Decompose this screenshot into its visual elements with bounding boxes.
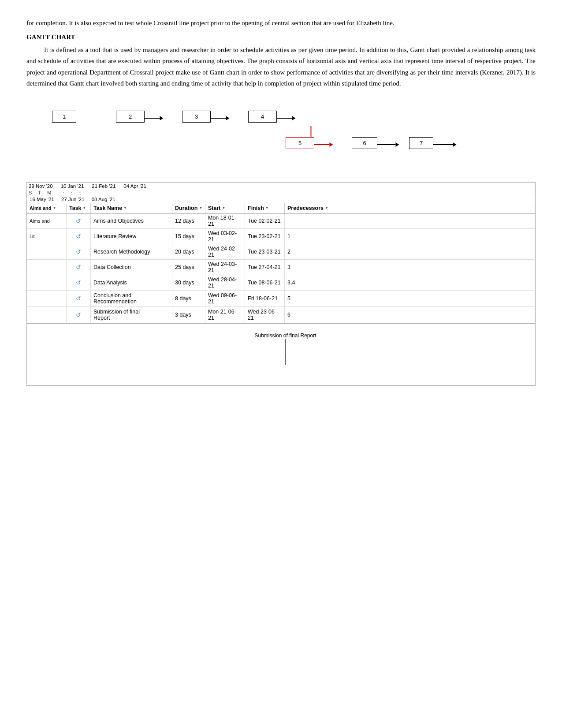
cell-duration-3: 25 days xyxy=(172,260,205,275)
timeline-date-7: 08 Aug '21 xyxy=(92,197,115,202)
cell-duration-1: 15 days xyxy=(172,229,205,244)
pred-dropdown-icon: ▼ xyxy=(325,206,328,210)
col-header-finish[interactable]: Finish ▼ xyxy=(245,203,285,213)
gantt-chart-area: Submission of final Report xyxy=(27,323,535,385)
svg-marker-3 xyxy=(226,116,230,120)
timeline-date-5: 16 May '21 xyxy=(30,197,54,202)
timeline-stm-m: M xyxy=(47,190,51,195)
svg-marker-12 xyxy=(453,142,457,147)
cell-start-0: Mon 18-01-21 xyxy=(205,213,245,228)
flow-node-2: 2 xyxy=(116,111,145,123)
cell-task-6: ↺ xyxy=(67,307,91,323)
col-header-predecessors[interactable]: Predecessors ▼ xyxy=(285,203,535,213)
cell-aims-0: Aims and xyxy=(27,213,67,228)
cell-finish-3: Tue 27-04-21 xyxy=(245,260,285,275)
task-mode-icon-6: ↺ xyxy=(76,311,81,318)
cell-task-0: ↺ xyxy=(67,213,91,228)
cell-task-4: ↺ xyxy=(67,275,91,290)
gantt-table: 29 Nov '20 10 Jan '21 21 Feb '21 04 Apr … xyxy=(26,182,536,386)
col-header-task[interactable]: Task ▼ xyxy=(67,203,91,213)
timeline-date-3: 21 Feb '21 xyxy=(92,183,115,189)
flow-node-1: 1 xyxy=(52,111,76,123)
cell-finish-4: Tue 08-06-21 xyxy=(245,275,285,290)
cell-taskname-0: Aims and Objectives xyxy=(91,213,172,228)
flow-node-7: 7 xyxy=(409,137,433,149)
cell-finish-0: Tue 02-02-21 xyxy=(245,213,285,228)
cell-start-5: Wed 09-06-21 xyxy=(205,291,245,306)
svg-marker-1 xyxy=(160,116,164,120)
cell-start-6: Mon 21-06-21 xyxy=(205,307,245,323)
cell-pred-1: 1 xyxy=(285,229,535,244)
col-header-taskname[interactable]: Task Name ▼ xyxy=(91,203,172,213)
flow-node-6: 6 xyxy=(352,137,377,149)
finish-dropdown-icon: ▼ xyxy=(265,206,269,210)
cell-task-2: ↺ xyxy=(67,244,91,259)
svg-marker-5 xyxy=(292,116,296,120)
flow-node-5: 5 xyxy=(286,137,314,149)
cell-duration-0: 12 days xyxy=(172,213,205,228)
cell-aims-6 xyxy=(27,307,67,323)
flow-node-3: 3 xyxy=(182,111,211,123)
cell-pred-3: 3 xyxy=(285,260,535,275)
cell-duration-2: 20 days xyxy=(172,244,205,259)
cell-task-1: ↺ xyxy=(67,229,91,244)
cell-taskname-4: Data Analysis xyxy=(91,275,172,290)
cell-start-4: Wed 28-04-21 xyxy=(205,275,245,290)
cell-finish-5: Fri 18-06-21 xyxy=(245,291,285,306)
cell-taskname-2: Research Methodology xyxy=(91,244,172,259)
cell-finish-1: Tue 23-02-21 xyxy=(245,229,285,244)
task-mode-icon-2: ↺ xyxy=(76,248,81,255)
table-row: ↺ Data Collection 25 days Wed 24-03-21 T… xyxy=(27,260,535,275)
cell-aims-3 xyxy=(27,260,67,275)
cell-start-1: Wed 03-02-21 xyxy=(205,229,245,244)
timeline-stm-t: T xyxy=(38,190,41,195)
col-header-start[interactable]: Start ▼ xyxy=(205,203,245,213)
table-row: ↺ Conclusion and Recommendetion 8 days W… xyxy=(27,291,535,307)
table-row: Aims and ↺ Aims and Objectives 12 days M… xyxy=(27,213,535,229)
cell-task-5: ↺ xyxy=(67,291,91,306)
flow-node-4: 4 xyxy=(248,111,277,123)
timeline-stm-s: S xyxy=(29,190,32,195)
cell-pred-0 xyxy=(285,213,535,228)
cell-pred-5: 5 xyxy=(285,291,535,306)
cell-duration-4: 30 days xyxy=(172,275,205,290)
cell-task-3: ↺ xyxy=(67,260,91,275)
cell-taskname-6: Submission of final Report xyxy=(91,307,172,323)
gantt-column-headers: Aims and ▼ Task ▼ Task Name ▼ Duration ▼… xyxy=(27,203,535,213)
cell-start-2: Wed 24-02-21 xyxy=(205,244,245,259)
cell-finish-6: Wed 23-06-21 xyxy=(245,307,285,323)
cell-taskname-5: Conclusion and Recommendetion xyxy=(91,291,172,306)
task-mode-icon-1: ↺ xyxy=(76,233,81,240)
cell-pred-6: 6 xyxy=(285,307,535,323)
start-dropdown-icon: ▼ xyxy=(222,206,225,210)
taskname-dropdown-icon: ▼ xyxy=(123,206,127,210)
task-mode-icon-0: ↺ xyxy=(76,217,81,224)
table-row: ↺ Submission of final Report 3 days Mon … xyxy=(27,307,535,323)
svg-marker-8 xyxy=(330,142,333,147)
intro-paragraph-2: It is defined as a tool that is used by … xyxy=(26,45,536,90)
submission-final-report-label: Submission of final Report xyxy=(36,332,535,365)
col-header-duration[interactable]: Duration ▼ xyxy=(172,203,205,213)
table-row: ↺ Research Methodology 20 days Wed 24-02… xyxy=(27,244,535,260)
section-title: GANTT CHART xyxy=(26,34,536,41)
cell-aims-1: Lit xyxy=(27,229,67,244)
cell-aims-2 xyxy=(27,244,67,259)
cell-taskname-3: Data Collection xyxy=(91,260,172,275)
flow-diagram: 1 2 3 4 5 6 7 xyxy=(44,103,536,178)
task-mode-icon-5: ↺ xyxy=(76,295,81,302)
cell-start-3: Wed 24-03-21 xyxy=(205,260,245,275)
svg-marker-10 xyxy=(396,142,399,147)
cell-aims-5 xyxy=(27,291,67,306)
intro-paragraph-1: for completion. It is also expected to t… xyxy=(26,18,536,29)
cell-pred-2: 2 xyxy=(285,244,535,259)
timeline-date-1: 29 Nov '20 xyxy=(29,183,53,189)
task-mode-icon-4: ↺ xyxy=(76,279,81,286)
cell-duration-5: 8 days xyxy=(172,291,205,306)
col-header-aims[interactable]: Aims and ▼ xyxy=(27,204,67,213)
aims-dropdown-icon: ▼ xyxy=(53,206,56,210)
cell-duration-6: 3 days xyxy=(172,307,205,323)
gantt-timeline-header: 29 Nov '20 10 Jan '21 21 Feb '21 04 Apr … xyxy=(27,183,535,203)
cell-taskname-1: Literature Review xyxy=(91,229,172,244)
timeline-date-4: 04 Apr '21 xyxy=(123,183,146,189)
cell-finish-2: Tue 23-03-21 xyxy=(245,244,285,259)
